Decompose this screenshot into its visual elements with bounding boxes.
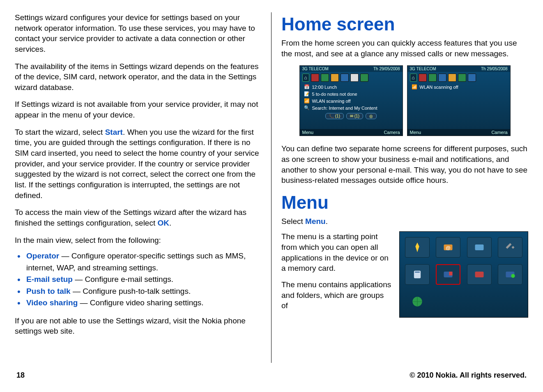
net-indicator: 3G	[302, 67, 308, 71]
video-sharing-term: Video sharing	[26, 298, 78, 307]
home-screen-heading: Home screen	[281, 14, 528, 35]
option-email-setup: E-mail setup — Configure e-mail settings…	[17, 274, 264, 286]
shortcut-tile	[350, 74, 359, 82]
calendar-icon: 📅	[304, 84, 310, 90]
menu-icon	[467, 237, 492, 258]
menu-icon	[467, 264, 492, 285]
page-number: 18	[16, 371, 25, 380]
operator-term: Operator	[26, 251, 59, 260]
email-setup-term: E-mail setup	[26, 275, 73, 284]
operator-label: TELECOM	[416, 67, 436, 71]
net-indicator: 3G	[410, 67, 415, 71]
svg-text:@: @	[446, 245, 451, 250]
text-fragment: To access the main view of the Settings …	[15, 208, 246, 227]
home-arrow-icon: ⌂	[410, 74, 417, 82]
shortcut-tile	[360, 74, 368, 82]
menu-icon	[405, 264, 430, 285]
menu-grid-illustration: @	[399, 231, 528, 318]
search-icon: 🔍	[304, 105, 310, 111]
option-push-to-talk: Push to talk — Configure push-to-talk se…	[17, 286, 264, 297]
menu-term: Menu	[305, 217, 326, 226]
option-desc: — Configure operator-specific settings s…	[26, 251, 246, 272]
option-desc: — Configure e-mail settings.	[73, 275, 173, 284]
settings-unavailable-paragraph: If Settings wizard is not available from…	[15, 99, 264, 120]
push-to-talk-term: Push to talk	[26, 287, 71, 295]
menu-icon	[498, 237, 522, 258]
svg-rect-2	[475, 244, 483, 250]
message-chip: ✉ (1)	[346, 113, 363, 119]
settings-availability-paragraph: The availability of the items in Setting…	[15, 61, 264, 93]
text-fragment: .	[169, 219, 171, 227]
shortcut-tile	[311, 74, 319, 82]
line-wlan-b: WLAN scanning off	[420, 85, 458, 90]
home-screen-intro: From the home screen you can quickly acc…	[281, 38, 528, 59]
menu-icon-globe	[405, 291, 430, 312]
line-lunch: 12:00 Lunch	[312, 85, 337, 90]
softkey-right: Camera	[491, 130, 507, 135]
line-todo: 5 to-do notes not done	[312, 92, 357, 97]
copyright-text: © 2010 Nokia. All rights reserved.	[410, 371, 527, 380]
softkey-right: Camera	[384, 130, 400, 135]
option-video-sharing: Video sharing — Configure video sharing …	[17, 297, 264, 309]
start-wizard-paragraph: To start the wizard, select Start. When …	[15, 127, 264, 201]
text-fragment: To start the wizard, select	[15, 128, 105, 136]
text-fragment: .	[326, 217, 328, 226]
two-column-layout: Settings wizard configures your device f…	[12, 12, 531, 363]
svg-point-8	[511, 274, 515, 278]
home-screen-define-paragraph: You can define two separate home screens…	[281, 143, 528, 186]
ok-term: OK	[157, 219, 169, 227]
phone-screenshot-a: 3G TELECOM Th 29/05/2008 ⌂ 📅12:00 Lunch …	[299, 65, 403, 136]
missed-call-chip: 📞 (1)	[325, 113, 344, 119]
shortcut-tile	[419, 74, 427, 82]
access-main-view-paragraph: To access the main view of the Settings …	[15, 207, 264, 228]
wlan-icon: 📶	[304, 98, 310, 104]
options-list: Operator — Configure operator-specific s…	[17, 250, 264, 309]
home-screen-illustration-row: 3G TELECOM Th 29/05/2008 ⌂ 📅12:00 Lunch …	[281, 65, 528, 136]
date-label: Th 29/05/2008	[373, 67, 400, 71]
softkey-left: Menu	[410, 130, 421, 135]
settings-intro-paragraph: Settings wizard configures your device f…	[15, 12, 264, 55]
svg-rect-6	[475, 272, 483, 277]
operator-label: TELECOM	[308, 67, 328, 71]
shortcut-tile	[428, 74, 437, 82]
page-footer: 18 © 2010 Nokia. All rights reserved.	[12, 363, 531, 392]
menu-icon	[498, 264, 522, 285]
start-term: Start	[105, 128, 123, 136]
shortcut-tile	[331, 74, 339, 82]
shortcut-tile	[468, 74, 476, 82]
shortcut-tile	[448, 74, 456, 82]
option-desc: — Configure push-to-talk settings.	[71, 287, 191, 295]
text-fragment: . When you use the wizard for the first …	[15, 128, 259, 200]
shortcut-tile	[321, 74, 329, 82]
line-search: Search: Internet and My Content	[312, 106, 377, 111]
menu-text-column: The menu is a starting point from which …	[281, 231, 392, 316]
fallback-paragraph: If you are not able to use the Settings …	[15, 316, 264, 337]
menu-icon	[405, 237, 430, 258]
shortcut-tile	[438, 74, 446, 82]
select-menu-line: Select Menu.	[281, 216, 528, 227]
text-fragment: Select	[281, 217, 305, 226]
option-operator: Operator — Configure operator-specific s…	[17, 250, 264, 274]
todo-icon: 📝	[304, 91, 310, 97]
menu-starting-point-paragraph: The menu is a starting point from which …	[281, 231, 392, 274]
shortcut-tile	[458, 74, 466, 82]
page: Settings wizard configures your device f…	[0, 0, 543, 392]
option-desc: — Configure video sharing settings.	[78, 298, 203, 307]
menu-icon: @	[436, 237, 460, 258]
menu-heading: Menu	[281, 192, 528, 213]
main-view-select-paragraph: In the main view, select from the follow…	[15, 235, 264, 246]
menu-row: The menu is a starting point from which …	[281, 231, 528, 318]
menu-contains-paragraph: The menu contains applications and folde…	[281, 279, 392, 311]
softkey-left: Menu	[302, 130, 314, 135]
home-arrow-icon: ⌂	[302, 74, 309, 82]
phone-screenshot-b: 3G TELECOM Th 29/05/2008 ⌂ 📶WLAN scannin…	[407, 65, 511, 136]
date-label: Th 29/05/2008	[481, 67, 508, 71]
wlan-icon: 📶	[412, 84, 417, 90]
menu-icon-selected	[436, 264, 460, 285]
voicemail-chip: ◎	[366, 113, 377, 119]
line-wlan: WLAN scanning off	[312, 99, 351, 104]
left-column: Settings wizard configures your device f…	[12, 12, 272, 363]
right-column: Home screen From the home screen you can…	[272, 12, 531, 363]
svg-rect-4	[415, 272, 420, 272]
shortcut-tile	[341, 74, 349, 82]
